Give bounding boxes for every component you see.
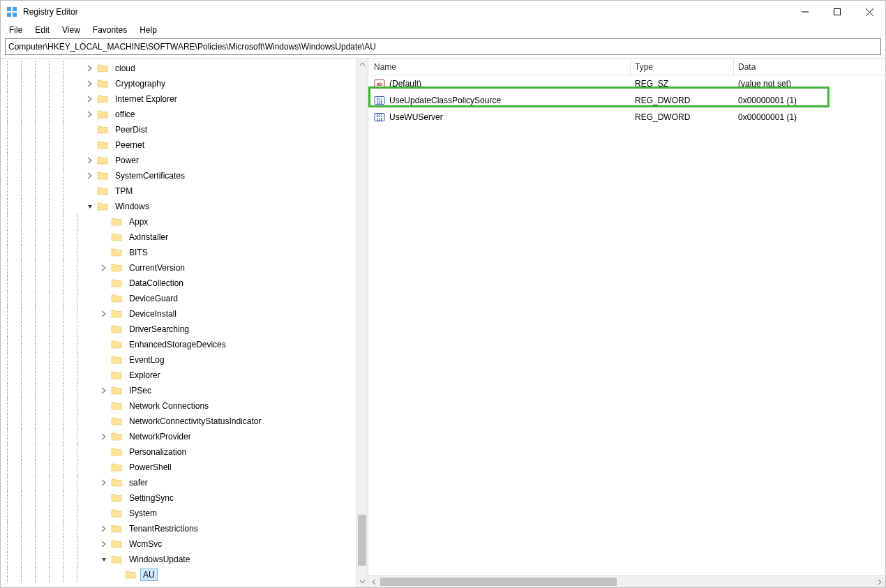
chevron-right-icon[interactable]	[98, 538, 110, 550]
tree-item-label: Appx	[126, 216, 151, 228]
tree-item[interactable]: EventLog	[1, 352, 355, 368]
scroll-left-icon[interactable]	[368, 576, 380, 587]
tree-item[interactable]: Appx	[1, 214, 355, 229]
tree-item[interactable]: Network Connections	[1, 398, 355, 414]
chevron-right-icon[interactable]	[98, 262, 110, 273]
scroll-down-icon[interactable]	[356, 575, 368, 587]
tree-item[interactable]: EnhancedStorageDevices	[1, 337, 355, 352]
folder-icon	[111, 492, 122, 504]
tree-item[interactable]: DataCollection	[1, 276, 355, 291]
header-type[interactable]: Type	[631, 59, 734, 75]
close-button[interactable]	[853, 1, 885, 23]
chevron-right-icon[interactable]	[98, 308, 110, 319]
tree-item[interactable]: cloud	[1, 61, 355, 76]
tree-item[interactable]: Cryptography	[1, 76, 355, 91]
chevron-right-icon[interactable]	[98, 431, 110, 442]
folder-icon	[97, 93, 108, 105]
svg-rect-2	[7, 13, 11, 17]
tree-item[interactable]: PowerShell	[1, 460, 355, 475]
values-hscrollbar[interactable]	[368, 575, 885, 587]
folder-icon	[111, 247, 122, 258]
folder-icon	[111, 462, 122, 473]
tree-item[interactable]: CurrentVersion	[1, 260, 355, 276]
menu-file[interactable]: File	[3, 24, 28, 36]
registry-tree[interactable]: cloudCryptographyInternet Exploreroffice…	[1, 59, 355, 582]
chevron-right-icon[interactable]	[98, 385, 110, 396]
tree-item[interactable]: AU	[1, 567, 355, 582]
value-data: 0x00000001 (1)	[734, 96, 885, 105]
folder-icon	[111, 278, 122, 289]
tree-item[interactable]: SystemCertificates	[1, 168, 355, 183]
value-type: REG_DWORD	[631, 96, 734, 105]
value-row[interactable]: 011110UseWUServerREG_DWORD0x00000001 (1)	[368, 109, 885, 126]
tree-item[interactable]: office	[1, 107, 355, 122]
chevron-right-icon[interactable]	[84, 109, 96, 120]
chevron-right-icon[interactable]	[84, 155, 96, 166]
maximize-button[interactable]	[821, 1, 853, 23]
tree-item[interactable]: NetworkProvider	[1, 429, 355, 444]
tree-item[interactable]: DeviceGuard	[1, 291, 355, 306]
tree-item[interactable]: PeerDist	[1, 122, 355, 137]
expander-none	[98, 293, 110, 304]
value-row[interactable]: ab(Default)REG_SZ(value not set)	[368, 75, 885, 92]
expander-none	[98, 508, 110, 519]
expander-none	[98, 446, 110, 458]
tree-item[interactable]: WcmSvc	[1, 536, 355, 552]
tree-item[interactable]: BITS	[1, 245, 355, 260]
tree-item-label: DeviceInstall	[126, 308, 179, 320]
tree-item[interactable]: Personalization	[1, 444, 355, 460]
chevron-right-icon[interactable]	[84, 63, 96, 74]
tree-item[interactable]: NetworkConnectivityStatusIndicator	[1, 414, 355, 429]
expander-none	[98, 354, 110, 365]
menu-help[interactable]: Help	[134, 24, 163, 36]
tree-item-label: PowerShell	[126, 461, 174, 474]
tree-item-label: WindowsUpdate	[126, 553, 193, 566]
chevron-down-icon[interactable]	[98, 554, 110, 565]
chevron-right-icon[interactable]	[98, 477, 110, 488]
dword-value-icon: 011110	[374, 112, 385, 123]
header-name[interactable]: Name	[368, 59, 631, 75]
tree-item-label: SettingSync	[126, 492, 177, 504]
scroll-up-icon[interactable]	[356, 59, 368, 70]
minimize-button[interactable]	[789, 1, 821, 23]
value-name: UseWUServer	[389, 112, 443, 122]
tree-item[interactable]: DriverSearching	[1, 322, 355, 337]
tree-item[interactable]: Windows	[1, 199, 355, 214]
tree-item[interactable]: Internet Explorer	[1, 91, 355, 107]
tree-item[interactable]: AxInstaller	[1, 229, 355, 245]
tree-item[interactable]: TPM	[1, 183, 355, 199]
svg-rect-5	[834, 9, 841, 15]
tree-item[interactable]: IPSec	[1, 383, 355, 398]
tree-item[interactable]: safer	[1, 475, 355, 490]
tree-item[interactable]: Peernet	[1, 137, 355, 153]
tree-item-label: Peernet	[112, 139, 147, 151]
tree-item[interactable]: WindowsUpdate	[1, 552, 355, 567]
folder-icon	[97, 155, 108, 166]
tree-item[interactable]: Explorer	[1, 368, 355, 383]
chevron-right-icon[interactable]	[84, 93, 96, 105]
tree-item[interactable]: DeviceInstall	[1, 306, 355, 322]
value-row[interactable]: 011110UseUpdateClassPolicySourceREG_DWOR…	[368, 92, 885, 109]
svg-text:110: 110	[377, 117, 383, 121]
address-bar[interactable]: Computer\HKEY_LOCAL_MACHINE\SOFTWARE\Pol…	[5, 38, 881, 55]
tree-item[interactable]: TenantRestrictions	[1, 521, 355, 536]
chevron-down-icon[interactable]	[84, 201, 96, 212]
tree-scrollbar[interactable]	[356, 59, 368, 587]
tree-item-label: AU	[140, 568, 158, 581]
tree-item[interactable]: Power	[1, 153, 355, 168]
chevron-right-icon[interactable]	[98, 523, 110, 534]
folder-icon	[97, 109, 108, 120]
menu-view[interactable]: View	[57, 24, 86, 36]
menu-favorites[interactable]: Favorites	[87, 24, 133, 36]
scroll-right-icon[interactable]	[873, 576, 885, 587]
menu-edit[interactable]: Edit	[29, 24, 55, 36]
scroll-thumb[interactable]	[358, 515, 366, 565]
chevron-right-icon[interactable]	[84, 170, 96, 181]
folder-icon	[97, 186, 108, 197]
svg-rect-1	[13, 7, 17, 11]
chevron-right-icon[interactable]	[84, 78, 96, 89]
header-data[interactable]: Data	[734, 59, 885, 75]
tree-item[interactable]: System	[1, 506, 355, 521]
tree-item[interactable]: SettingSync	[1, 490, 355, 506]
hscroll-thumb[interactable]	[380, 578, 617, 586]
